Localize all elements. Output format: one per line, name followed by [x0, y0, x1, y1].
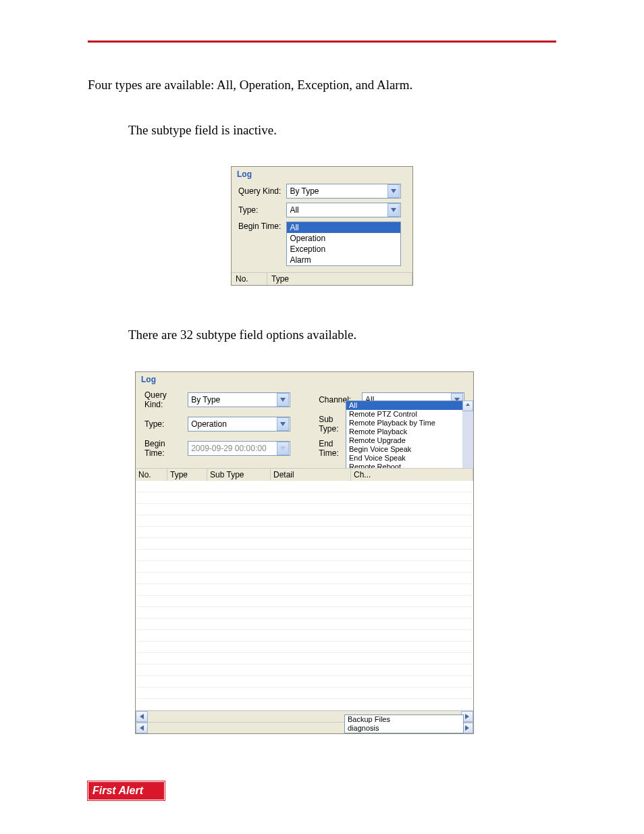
grid-header: Ch... [351, 469, 473, 481]
chevron-down-icon[interactable] [387, 184, 400, 198]
label-type: Type: [141, 413, 183, 436]
dropdown-option[interactable]: All [346, 401, 463, 410]
log-panel-small: Log Query Kind: By Type Type: A [231, 166, 413, 286]
chevron-down-icon[interactable] [387, 203, 400, 217]
scroll-left-icon[interactable] [136, 711, 148, 722]
grid-header: Detail [271, 469, 351, 481]
header-rule [88, 41, 556, 43]
grid-header: No. [136, 469, 167, 481]
dropdown-option[interactable]: Exception [287, 244, 400, 255]
query-kind-select[interactable]: By Type [286, 184, 401, 199]
grid-header: Type [167, 469, 207, 481]
subtype-count-text: There are 32 subtype field options avail… [128, 326, 556, 344]
subtype-inactive-text: The subtype field is inactive. [128, 122, 556, 140]
dropdown-option[interactable]: Remote Playback by Time [346, 419, 463, 427]
dropdown-option[interactable]: Backup Files [345, 715, 463, 724]
type-value: Operation [188, 419, 276, 429]
dropdown-option[interactable]: End Voice Speak [346, 454, 463, 463]
grid-header: Sub Type [207, 469, 271, 481]
query-kind-select[interactable]: By Type [188, 392, 290, 407]
chevron-down-icon[interactable] [277, 393, 289, 407]
dropdown-option[interactable]: Remote Playback [346, 427, 463, 436]
label-begin-time: Begin Time: [141, 437, 183, 460]
label-query-kind: Query Kind: [236, 182, 284, 201]
type-value: All [287, 205, 387, 215]
dropdown-option[interactable]: All [287, 222, 400, 233]
log-panel-large: Log Query Kind: By Type Channel: All [135, 371, 474, 734]
dropdown-option[interactable]: Begin Voice Speak [346, 445, 463, 454]
scroll-left-icon[interactable] [136, 723, 148, 733]
dropdown-option[interactable]: Remote PTZ Control [346, 410, 463, 419]
label-begin-time: Begin Time: [236, 219, 284, 268]
log-grid: No. Type Sub Type Detail Ch... [136, 468, 473, 722]
chevron-down-icon[interactable] [277, 417, 289, 431]
grid-body [136, 481, 473, 710]
query-kind-value: By Type [287, 186, 387, 196]
begin-time-field[interactable]: 2009-09-29 00:00:00 [188, 441, 290, 456]
panel-title: Log [136, 372, 473, 387]
label-type: Type: [236, 201, 284, 219]
dropdown-option[interactable]: Alarm [287, 255, 400, 265]
begin-time-value: 2009-09-29 00:00:00 [188, 444, 276, 453]
dropdown-option[interactable]: Operation [287, 233, 400, 244]
type-select[interactable]: Operation [188, 417, 290, 432]
grid-header: No. [232, 273, 267, 285]
grid-header: Type [267, 273, 412, 285]
scroll-up-icon[interactable] [462, 400, 473, 411]
type-select[interactable]: All [286, 203, 401, 217]
panel-title: Log [232, 167, 412, 182]
label-query-kind: Query Kind: [141, 388, 183, 411]
intro-types-text: Four types are available: All, Operation… [88, 76, 556, 95]
dropdown-option[interactable]: Remote Upgrade [346, 436, 463, 445]
chevron-down-icon[interactable] [277, 442, 289, 455]
first-alert-logo: First Alert [88, 781, 165, 800]
query-kind-value: By Type [188, 395, 276, 405]
subtype-dropdown-overflow[interactable]: Backup Filesdiagnosis [344, 714, 464, 733]
type-dropdown-open[interactable]: All Operation Exception Alarm [286, 221, 401, 266]
dropdown-option[interactable]: diagnosis [345, 724, 463, 733]
